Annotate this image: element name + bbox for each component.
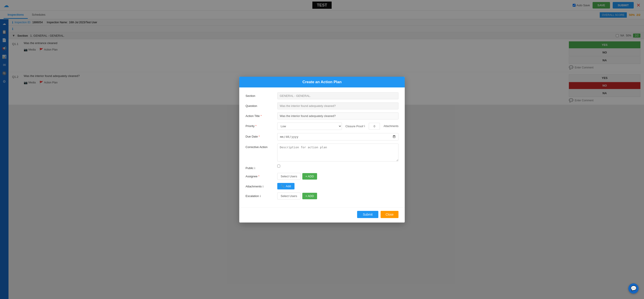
- required-marker: *: [260, 114, 262, 118]
- public-checkbox[interactable]: [277, 164, 280, 168]
- assignee-controls: Select Users + ADD: [277, 173, 317, 180]
- assignee-select-users-button[interactable]: Select Users: [277, 173, 300, 180]
- form-row-section: Section GENERAL - GENERAL.: [246, 92, 398, 99]
- form-row-action-title: Action Title *: [246, 112, 398, 120]
- modal-overlay: Create an Action Plan Section GENERAL - …: [0, 0, 644, 299]
- action-title-input[interactable]: [277, 112, 398, 120]
- assignee-add-button[interactable]: + ADD: [302, 173, 317, 180]
- escalation-add-button[interactable]: + ADD: [302, 193, 317, 199]
- modal-title: Create an Action Plan: [302, 80, 342, 84]
- priority-select[interactable]: Low Medium High: [277, 122, 342, 130]
- public-info-icon: ℹ: [254, 166, 255, 170]
- form-row-question: Question Was the interior found adequate…: [246, 102, 398, 109]
- attachments-info-icon: ℹ: [262, 185, 264, 188]
- corrective-action-label: Corrective Action: [246, 144, 274, 149]
- section-field-label: Section: [246, 92, 274, 98]
- due-date-input[interactable]: [277, 133, 398, 140]
- action-title-label: Action Title *: [246, 112, 274, 118]
- modal-close-button[interactable]: Close: [380, 211, 398, 218]
- chat-icon: 💬: [630, 286, 636, 292]
- escalation-select-users-button[interactable]: Select Users: [277, 192, 300, 200]
- due-date-label: Due Date *: [246, 133, 274, 138]
- priority-row: Low Medium High Closure Proof ℹ Attachme…: [277, 122, 398, 130]
- priority-label: Priority *: [246, 122, 274, 128]
- form-row-priority: Priority * Low Medium High Closure Proof…: [246, 122, 398, 130]
- form-row-due-date: Due Date *: [246, 133, 398, 140]
- question-field-value: Was the interior found adequately cleane…: [277, 102, 398, 109]
- section-field-value: GENERAL - GENERAL.: [277, 92, 398, 99]
- modal-body: Section GENERAL - GENERAL. Question Was …: [239, 88, 405, 208]
- modal-header: Create an Action Plan: [239, 77, 405, 88]
- form-row-corrective: Corrective Action: [246, 144, 398, 162]
- escalation-label: Escalation ℹ: [246, 192, 274, 198]
- chat-bubble[interactable]: 💬: [628, 283, 639, 294]
- paperclip-icon: 📎: [281, 184, 284, 188]
- escalation-info-icon: ℹ: [260, 194, 261, 198]
- closure-proof-input[interactable]: [369, 123, 380, 130]
- form-row-attachments: Attachments ℹ 📎 Add: [246, 183, 398, 190]
- attachments-label: Attachments ℹ: [246, 183, 274, 188]
- modal-submit-button[interactable]: Submit: [357, 211, 378, 218]
- public-label: Public ℹ: [246, 164, 274, 170]
- assignee-label: Assignee *: [246, 173, 274, 178]
- form-row-public: Public ℹ: [246, 164, 398, 170]
- question-field-label: Question: [246, 102, 274, 108]
- form-row-escalation: Escalation ℹ Select Users + ADD: [246, 192, 398, 200]
- escalation-controls: Select Users + ADD: [277, 192, 317, 200]
- form-row-assignee: Assignee * Select Users + ADD: [246, 173, 398, 180]
- closure-proof-label: Closure Proof ℹ: [346, 124, 365, 128]
- modal: Create an Action Plan Section GENERAL - …: [239, 77, 405, 222]
- attachments-count-label: Attachments: [384, 124, 398, 128]
- corrective-action-textarea[interactable]: [277, 144, 398, 162]
- modal-footer: Submit Close: [239, 208, 405, 222]
- public-checkbox-row: [277, 164, 398, 168]
- attachments-add-button[interactable]: 📎 Add: [277, 183, 294, 190]
- closure-info-icon: ℹ: [364, 124, 365, 128]
